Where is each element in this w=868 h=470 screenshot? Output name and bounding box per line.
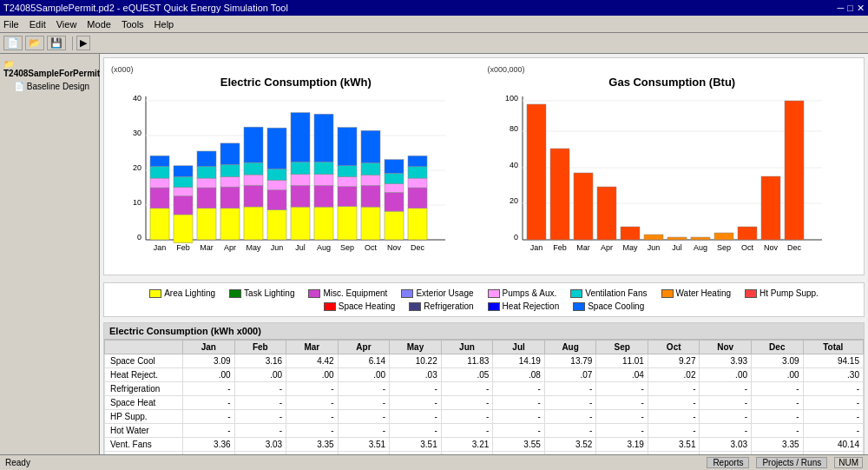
data-cell: - [441, 396, 493, 410]
col-apr: Apr [338, 341, 390, 354]
menu-file[interactable]: File [3, 19, 19, 30]
data-cell: - [700, 424, 752, 438]
svg-rect-53 [338, 177, 357, 187]
menu-help[interactable]: Help [155, 19, 174, 30]
data-cell: - [493, 382, 545, 396]
data-cell: .00 [183, 368, 235, 382]
col-label [105, 341, 183, 354]
data-cell: - [596, 382, 648, 396]
legend-label-pumps-aux: Pumps & Aux. [503, 288, 557, 298]
status-reports[interactable]: Reports [707, 457, 749, 468]
svg-text:May: May [622, 243, 638, 252]
toolbar-icon-run[interactable]: ▶ [76, 36, 90, 50]
data-cell: - [648, 382, 700, 396]
data-cell: 3.36 [183, 438, 235, 452]
status-projects[interactable]: Projects / Runs [756, 457, 827, 468]
data-cell: 3.21 [441, 438, 493, 452]
data-cell: 3.16 [234, 354, 286, 368]
svg-text:Apr: Apr [224, 243, 236, 252]
data-cell: - [183, 424, 235, 438]
menu-bar: File Edit View Mode Tools Help [0, 16, 868, 33]
legend-color-pumps-aux [488, 289, 500, 298]
maximize-button[interactable]: □ [847, 3, 853, 14]
legend-item-ht-pump-supp: Ht Pump Supp. [745, 288, 819, 298]
toolbar-icon-save[interactable]: 💾 [47, 36, 66, 50]
legend-item-space-cooling: Space Cooling [573, 301, 644, 311]
svg-rect-30 [220, 143, 240, 165]
svg-rect-17 [174, 196, 193, 215]
data-cell: - [183, 396, 235, 410]
svg-rect-69 [408, 167, 427, 178]
data-cell: 3.35 [286, 438, 339, 452]
charts-area: (x000) Electric Consumption (kWh) 0 10 2… [103, 57, 865, 275]
legend-label-space-cooling: Space Cooling [588, 301, 644, 311]
data-cell: 6.14 [338, 354, 390, 368]
svg-rect-19 [174, 177, 193, 188]
gas-chart-ylabel: (x000,000) [488, 65, 858, 74]
svg-rect-61 [385, 211, 404, 240]
legend-item-refrigeration: Refrigeration [409, 301, 473, 311]
svg-rect-15 [150, 156, 169, 166]
menu-mode[interactable]: Mode [87, 19, 111, 30]
svg-text:Apr: Apr [600, 243, 612, 252]
menu-tools[interactable]: Tools [122, 19, 144, 30]
svg-rect-28 [220, 177, 240, 188]
data-cell: 3.03 [700, 438, 752, 452]
svg-text:Jan: Jan [154, 243, 167, 252]
data-cell: .00 [700, 368, 752, 382]
menu-edit[interactable]: Edit [30, 19, 46, 30]
data-cell: 3.52 [544, 438, 596, 452]
legend-label-task-lighting: Task Lighting [244, 288, 294, 298]
data-cell: .00 [286, 368, 339, 382]
data-cell: - [493, 396, 545, 410]
data-cell: 3.35 [752, 438, 804, 452]
table-row: Space Cool3.093.164.426.1410.2211.8314.1… [105, 354, 864, 368]
svg-rect-13 [150, 178, 169, 188]
data-cell: 94.15 [803, 354, 863, 368]
minimize-button[interactable]: ─ [838, 3, 845, 14]
menu-view[interactable]: View [56, 19, 77, 30]
svg-rect-31 [244, 207, 263, 240]
sidebar-item-project[interactable]: 📁 T2408SampleForPermit [3, 57, 95, 80]
data-cell: - [752, 424, 804, 438]
col-dec: Dec [752, 341, 804, 354]
svg-text:Feb: Feb [176, 243, 190, 252]
legend-color-ht-pump-supp [745, 289, 757, 298]
svg-rect-32 [244, 185, 263, 207]
data-cell: - [752, 410, 804, 424]
row-label-cell: HP Supp. [105, 410, 183, 424]
data-cell: .30 [803, 368, 863, 382]
data-cell: .07 [544, 368, 596, 382]
legend-area: Area Lighting Task Lighting Misc. Equipm… [103, 282, 865, 317]
svg-rect-22 [197, 188, 216, 209]
svg-rect-98 [621, 227, 640, 240]
col-aug: Aug [544, 341, 596, 354]
data-cell: 40.14 [803, 438, 863, 452]
data-cell: 3.09 [752, 354, 804, 368]
main-content: (x000) Electric Consumption (kWh) 0 10 2… [100, 54, 868, 470]
svg-rect-95 [550, 149, 569, 240]
legend-color-task-lighting [229, 289, 241, 298]
data-cell: - [183, 410, 235, 424]
close-button[interactable]: ✕ [857, 3, 865, 14]
toolbar-icon-new[interactable]: 📄 [3, 36, 23, 50]
svg-rect-60 [361, 130, 380, 162]
row-label-cell: Hot Water [105, 424, 183, 438]
legend-label-area-lighting: Area Lighting [164, 288, 215, 298]
svg-text:Oct: Oct [740, 243, 753, 252]
legend-color-refrigeration [409, 302, 421, 311]
svg-text:Oct: Oct [365, 243, 378, 252]
svg-rect-36 [267, 209, 286, 240]
gas-chart-svg: 0 20 40 80 100 [488, 92, 826, 266]
toolbar-icon-open[interactable]: 📂 [25, 36, 44, 50]
legend-color-area-lighting [149, 289, 161, 298]
svg-text:Nov: Nov [763, 243, 778, 252]
electric-table: Jan Feb Mar Apr May Jun Jul Aug Sep Oct … [104, 340, 864, 470]
svg-rect-51 [338, 206, 357, 240]
data-cell: 13.79 [544, 354, 596, 368]
legend-label-misc-equipment: Misc. Equipment [323, 288, 387, 298]
svg-rect-34 [244, 162, 263, 175]
svg-rect-59 [361, 163, 380, 175]
sidebar-item-baseline[interactable]: 📄 Baseline Design [3, 80, 95, 93]
svg-rect-63 [385, 184, 404, 193]
